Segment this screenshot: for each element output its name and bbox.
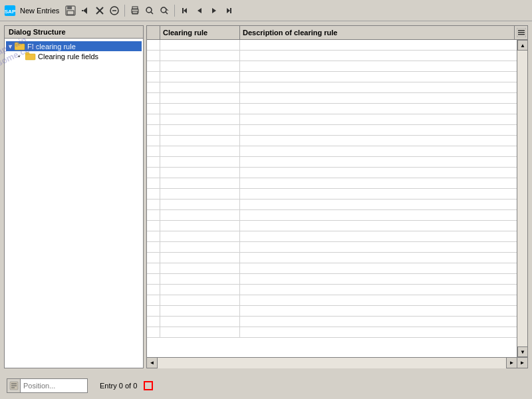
svg-point-14 [146,7,152,13]
exit-icon[interactable] [94,5,106,17]
tree-item-clearing-rule-fields[interactable]: • Clearing rule fields [6,51,142,61]
table-row[interactable] [147,51,517,61]
hscroll-right-end-arrow[interactable]: ► [517,358,527,368]
table-row[interactable] [147,40,517,51]
table-row[interactable] [147,210,517,221]
table-row[interactable] [147,263,517,274]
table-row[interactable] [147,104,517,114]
hscroll-left-arrow[interactable]: ◄ [147,358,158,368]
svg-marker-23 [227,8,230,13]
position-field-wrap [7,378,88,393]
table-row[interactable] [147,93,517,104]
svg-rect-24 [230,8,231,13]
dialog-structure-panel: Dialog Structure sapbrainsome.com ▼ FI c… [4,25,144,368]
svg-rect-4 [67,11,74,15]
position-icon [7,379,21,392]
scroll-track-v [517,51,527,346]
entry-count-area: Entry 0 of 0 [100,381,153,390]
table-row[interactable] [147,61,517,72]
red-corner-indicator [144,381,153,390]
hscroll-right-arrow[interactable]: ► [506,358,517,368]
table-row[interactable] [147,317,517,327]
col-clearing-rule-header: Clearing rule [160,26,240,39]
svg-marker-19 [184,8,187,13]
table-row[interactable] [147,125,517,136]
svg-rect-3 [67,6,72,9]
table-row[interactable] [147,327,517,338]
svg-line-15 [151,12,153,14]
clearing-rule-fields-label: Clearing rule fields [38,53,98,61]
tree-area: sapbrainsome.com ▼ FI clearing rule • [5,39,143,368]
entry-count: Entry 0 of 0 [100,382,137,390]
toolbar: SAP New Entries [0,0,532,21]
table-panel: Clearing rule Description of clearing ru… [146,25,528,368]
col-description-header: Description of clearing rule [240,26,514,39]
table-row[interactable] [147,136,517,146]
col-settings-btn[interactable] [514,26,527,39]
table-row[interactable] [147,178,517,189]
tree-item-fi-clearing-rule[interactable]: ▼ FI clearing rule [6,41,142,51]
save-icon[interactable] [65,5,76,17]
svg-marker-5 [83,7,87,14]
table-row[interactable] [147,253,517,263]
find-next-icon[interactable] [158,5,170,17]
first-icon[interactable] [179,5,191,17]
table-row[interactable] [147,295,517,306]
scroll-down-arrow[interactable]: ▼ [517,346,527,357]
table-row[interactable] [147,231,517,242]
col-checkbox-header [147,26,160,39]
folder-icon-fi [15,42,25,51]
folder-icon-fields [25,52,36,61]
table-header: Clearing rule Description of clearing ru… [147,26,527,40]
find-icon[interactable] [144,5,156,17]
svg-marker-22 [212,8,216,13]
cancel-icon[interactable] [108,5,120,17]
status-bar: Entry 0 of 0 [0,372,532,399]
svg-rect-28 [25,53,29,55]
svg-rect-25 [15,44,25,50]
svg-point-16 [161,7,166,13]
sap-icon: SAP [4,5,16,17]
table-row[interactable] [147,146,517,157]
tree-toggle-fields: • [18,53,25,60]
table-row[interactable] [147,189,517,200]
table-row[interactable] [147,285,517,295]
new-entries-label[interactable]: New Entries [20,7,59,15]
svg-rect-30 [518,30,525,31]
horizontal-scrollbar[interactable]: ◄ ► ► [147,357,527,368]
fi-clearing-rule-label: FI clearing rule [27,43,76,51]
svg-text:SAP: SAP [5,8,16,14]
svg-rect-26 [15,43,19,45]
hscroll-track [158,358,506,368]
scroll-up-arrow[interactable]: ▲ [517,40,527,51]
back-icon[interactable] [79,5,91,17]
main-area: Dialog Structure sapbrainsome.com ▼ FI c… [0,21,532,372]
table-row[interactable] [147,157,517,168]
tree-toggle-fi: ▼ [7,43,14,50]
table-row[interactable] [147,114,517,125]
table-row[interactable] [147,306,517,317]
last-icon[interactable] [223,5,235,17]
table-rows-container [147,40,517,357]
next-icon[interactable] [208,5,220,17]
dialog-structure-title: Dialog Structure [5,26,143,39]
svg-rect-27 [25,54,35,60]
table-row[interactable] [147,82,517,93]
table-row[interactable] [147,221,517,231]
table-row[interactable] [147,242,517,253]
svg-rect-20 [182,8,184,13]
table-row[interactable] [147,274,517,285]
svg-rect-32 [518,34,525,35]
svg-rect-31 [518,32,525,33]
position-input[interactable] [21,379,87,392]
table-row[interactable] [147,168,517,178]
table-row[interactable] [147,200,517,210]
print-icon[interactable] [129,5,141,17]
table-row[interactable] [147,72,517,82]
svg-line-17 [166,12,168,14]
vertical-scrollbar[interactable]: ▲ ▼ [517,40,527,357]
previous-icon[interactable] [194,5,205,17]
svg-rect-6 [82,10,83,11]
svg-marker-21 [198,8,201,13]
table-body: ▲ ▼ [147,40,527,357]
